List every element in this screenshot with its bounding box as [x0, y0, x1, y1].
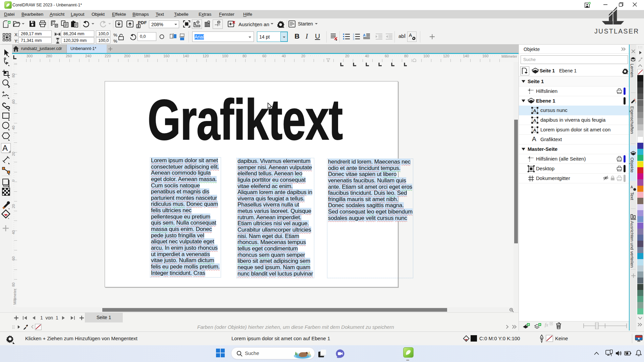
svg-text:A: A	[533, 128, 537, 133]
svg-text:A: A	[363, 33, 366, 37]
svg-text:A: A	[631, 185, 633, 189]
svg-text:3: 3	[353, 38, 354, 40]
svg-text:2: 2	[353, 36, 354, 38]
svg-text:A: A	[533, 108, 537, 113]
svg-text:A: A	[533, 118, 537, 123]
svg-text:1: 1	[353, 33, 354, 36]
svg-text:JUSTLASER: JUSTLASER	[594, 27, 638, 35]
